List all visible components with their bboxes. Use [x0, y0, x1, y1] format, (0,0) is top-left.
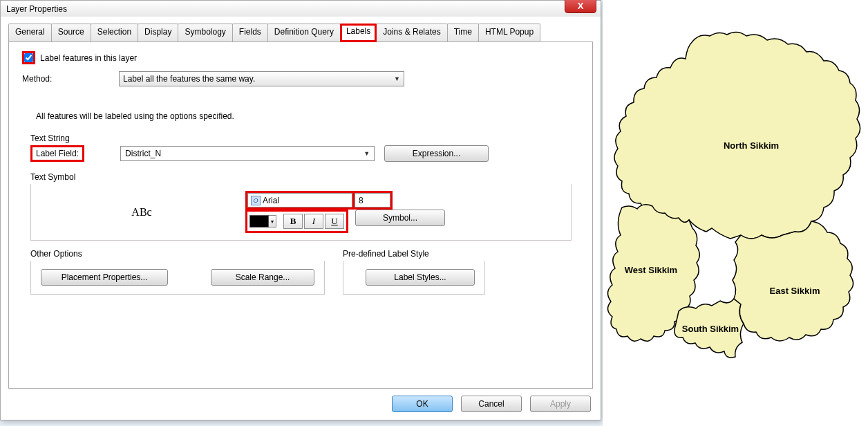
- label-description: All features will be labeled using the o…: [36, 111, 572, 121]
- method-dropdown[interactable]: Label all the features the same way. ▼: [119, 71, 404, 86]
- close-icon: X: [578, 1, 584, 11]
- tab-strip: General Source Selection Display Symbolo…: [8, 24, 593, 41]
- label-styles-button[interactable]: Label Styles...: [366, 269, 475, 286]
- layer-properties-dialog: Layer Properties X General Source Select…: [0, 0, 601, 420]
- tab-time[interactable]: Time: [447, 24, 479, 41]
- label-features-checkbox[interactable]: [24, 53, 33, 62]
- predefined-label-style-label: Pre-defined Label Style: [343, 249, 485, 259]
- text-symbol-label: Text Symbol: [30, 172, 572, 182]
- tab-panel-labels: Label features in this layer Method: Lab…: [8, 41, 593, 389]
- label-south-sikkim: South Sikkim: [682, 324, 739, 334]
- tab-labels[interactable]: Labels: [340, 24, 377, 42]
- label-field-value: District_N: [125, 149, 161, 158]
- label-features-checkbox-highlight: [22, 51, 35, 64]
- italic-button[interactable]: I: [304, 214, 323, 229]
- sikkim-map: North Sikkim West Sikkim South Sikkim Ea…: [603, 0, 868, 426]
- font-name-dropdown[interactable]: O Arial: [247, 193, 352, 207]
- label-west-sikkim: West Sikkim: [625, 265, 677, 275]
- ok-button[interactable]: OK: [392, 396, 453, 412]
- bold-button[interactable]: B: [283, 214, 303, 229]
- placement-properties-button[interactable]: Placement Properties...: [41, 269, 168, 286]
- tab-general[interactable]: General: [8, 24, 52, 41]
- cancel-button[interactable]: Cancel: [461, 396, 522, 412]
- dialog-button-row: OK Cancel Apply: [392, 396, 591, 412]
- font-size-highlight: 8: [355, 191, 393, 210]
- method-value: Label all the features the same way.: [123, 74, 255, 84]
- method-label: Method:: [22, 74, 119, 84]
- titlebar: Layer Properties X: [1, 1, 601, 17]
- tab-source[interactable]: Source: [51, 24, 91, 41]
- other-options-label: Other Options: [30, 249, 325, 259]
- tab-definition-query[interactable]: Definition Query: [267, 24, 341, 41]
- chevron-down-icon: ▼: [364, 150, 370, 157]
- text-string-label: Text String: [30, 133, 572, 143]
- font-size-value: 8: [359, 196, 364, 205]
- font-style-highlight: ▾ B I U: [245, 210, 348, 233]
- font-color-dropdown[interactable]: ▾: [269, 215, 276, 228]
- font-icon: O: [251, 196, 261, 205]
- tab-fields[interactable]: Fields: [232, 24, 268, 41]
- symbol-preview: ABc: [38, 206, 245, 219]
- label-north-sikkim: North Sikkim: [724, 140, 779, 151]
- tab-html-popup[interactable]: HTML Popup: [478, 24, 540, 41]
- label-features-text: Label features in this layer: [40, 53, 137, 63]
- chevron-down-icon: ▼: [394, 75, 400, 82]
- tab-selection[interactable]: Selection: [91, 24, 138, 41]
- tab-joins-relates[interactable]: Joins & Relates: [376, 24, 447, 41]
- font-name-value: Arial: [263, 196, 279, 205]
- apply-button[interactable]: Apply: [530, 396, 591, 412]
- label-field-label: Label Field:: [30, 145, 84, 162]
- symbol-button[interactable]: Symbol...: [355, 210, 445, 226]
- map-preview: North Sikkim West Sikkim South Sikkim Ea…: [603, 0, 868, 426]
- close-button[interactable]: X: [565, 0, 596, 13]
- tab-display[interactable]: Display: [138, 24, 178, 41]
- district-east-sikkim: [733, 221, 853, 341]
- label-field-dropdown[interactable]: District_N ▼: [120, 146, 375, 161]
- dialog-title: Layer Properties: [6, 4, 67, 14]
- font-name-highlight: O Arial: [245, 191, 355, 210]
- font-size-dropdown[interactable]: 8: [355, 193, 390, 207]
- expression-button[interactable]: Expression...: [384, 145, 489, 162]
- label-east-sikkim: East Sikkim: [770, 286, 820, 296]
- tab-symbology[interactable]: Symbology: [178, 24, 232, 41]
- font-color-swatch[interactable]: [249, 215, 269, 228]
- underline-button[interactable]: U: [325, 214, 344, 229]
- scale-range-button[interactable]: Scale Range...: [211, 269, 314, 286]
